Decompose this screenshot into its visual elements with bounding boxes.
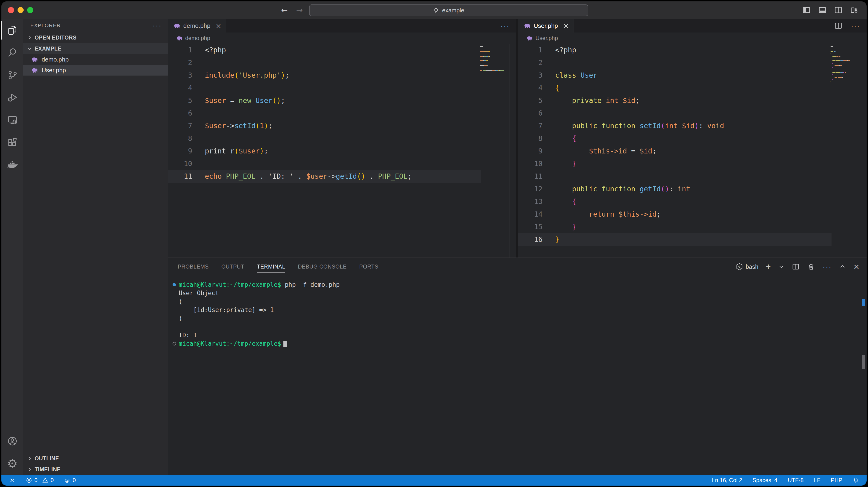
code-line: 13 { <box>518 195 832 208</box>
file-item-user-php[interactable]: User.php <box>23 65 168 75</box>
terminal-line: ) <box>168 314 867 323</box>
problems-indicator[interactable]: 0 0 <box>26 477 54 484</box>
panel-more-actions-icon[interactable]: ··· <box>823 263 832 271</box>
minimap[interactable] <box>831 45 856 83</box>
error-count: 0 <box>34 477 37 484</box>
line-number: 9 <box>518 145 542 157</box>
code-line: 11echo PHP_EOL . 'ID: ' . $user->getId()… <box>168 170 481 183</box>
panel-tabs: PROBLEMSOUTPUTTERMINALDEBUG CONSOLEPORTS <box>178 258 378 275</box>
outline-section[interactable]: OUTLINE <box>23 453 168 464</box>
toggle-panel-icon[interactable] <box>818 6 827 14</box>
maximize-window-button[interactable] <box>27 7 33 13</box>
php-file-icon <box>176 35 182 41</box>
split-terminal-icon[interactable] <box>792 263 800 271</box>
sidebar-item-explorer[interactable] <box>1 19 23 41</box>
terminal-command-decoration <box>862 299 865 306</box>
folder-section-example[interactable]: EXAMPLE <box>23 43 168 54</box>
cursor-position[interactable]: Ln 16, Col 2 <box>712 477 742 484</box>
timeline-section[interactable]: TIMELINE <box>23 464 168 475</box>
terminal-dropdown-icon[interactable] <box>778 264 784 270</box>
line-number: 4 <box>168 82 192 94</box>
panel-tab-problems[interactable]: PROBLEMS <box>178 258 209 275</box>
panel-tab-terminal[interactable]: TERMINAL <box>257 258 285 275</box>
open-editors-section[interactable]: OPEN EDITORS <box>23 32 168 43</box>
eol-sequence[interactable]: LF <box>814 477 820 484</box>
split-editor-icon[interactable] <box>834 22 842 30</box>
terminal-cursor <box>283 341 287 347</box>
panel-tab-ports[interactable]: PORTS <box>359 258 378 275</box>
panel-tab-debug-console[interactable]: DEBUG CONSOLE <box>298 258 346 275</box>
tab-bar: demo.php × ··· <box>168 19 516 32</box>
activity-bar: ⚙ <box>1 19 23 475</box>
sidebar-item-remote-explorer[interactable] <box>1 109 23 131</box>
customize-layout-icon[interactable] <box>850 6 859 14</box>
breadcrumb[interactable]: User.php <box>518 32 867 44</box>
kill-terminal-icon[interactable] <box>807 263 815 271</box>
line-number: 16 <box>518 233 542 246</box>
sidebar-item-source-control[interactable] <box>1 64 23 86</box>
editor-sash[interactable] <box>516 19 518 257</box>
toggle-sidebar-icon[interactable] <box>802 6 811 14</box>
command-center-search[interactable]: example <box>309 4 588 16</box>
sidebar-item-run-debug[interactable] <box>1 86 23 109</box>
terminal[interactable]: micah@Klarvut:~/tmp/example$ php -f demo… <box>168 275 867 475</box>
vscode-window: ← → example <box>1 1 867 486</box>
ports-indicator[interactable]: 0 <box>64 477 76 484</box>
close-panel-icon[interactable]: × <box>853 263 860 270</box>
code-editor-user[interactable]: 1<?php23class User4{5 private int $id;67… <box>518 44 867 257</box>
split-editor-icon[interactable] <box>834 6 843 14</box>
remote-icon <box>9 477 16 484</box>
editor-more-actions-icon[interactable]: ··· <box>501 22 510 30</box>
line-number: 1 <box>168 44 192 56</box>
language-mode[interactable]: PHP <box>831 477 842 484</box>
remote-indicator[interactable] <box>9 477 16 484</box>
code-line: 14 return $this->id; <box>518 208 832 220</box>
code-line: 10 } <box>518 157 832 170</box>
file-item-demo-php[interactable]: demo.php <box>23 54 168 65</box>
terminal-scrollbar-thumb[interactable] <box>862 355 865 369</box>
line-number: 14 <box>518 208 542 220</box>
terminal-line: micah@Klarvut:~/tmp/example$ php -f demo… <box>168 280 867 289</box>
code-line: 6 <box>168 107 481 120</box>
indentation[interactable]: Spaces: 4 <box>752 477 777 484</box>
open-editors-label: OPEN EDITORS <box>35 35 76 41</box>
terminal-line: ID: 1 <box>168 331 867 339</box>
php-file-icon <box>31 67 38 73</box>
indent-guide <box>557 94 557 233</box>
breadcrumb[interactable]: demo.php <box>168 32 516 44</box>
bash-icon: $_ <box>736 263 743 271</box>
maximize-panel-icon[interactable] <box>839 263 846 270</box>
new-terminal-icon[interactable]: + <box>766 263 771 271</box>
docker-icon <box>7 159 18 171</box>
tab-label: User.php <box>534 22 558 29</box>
close-icon[interactable]: × <box>563 22 569 30</box>
php-file-icon <box>527 35 533 41</box>
settings-button[interactable]: ⚙ <box>1 452 23 475</box>
accounts-button[interactable] <box>1 430 23 452</box>
notifications-bell-icon[interactable] <box>852 477 859 484</box>
sidebar-item-search[interactable] <box>1 41 23 64</box>
code-editor-demo[interactable]: 1<?php23include('User.php');45$user = ne… <box>168 44 516 257</box>
encoding[interactable]: UTF-8 <box>788 477 804 484</box>
sidebar-item-docker[interactable] <box>1 154 23 176</box>
code-line: 12 public function getId(): int <box>518 183 832 195</box>
minimize-window-button[interactable] <box>18 7 24 13</box>
scrollbar-track[interactable] <box>509 44 510 257</box>
line-number: 1 <box>518 44 542 56</box>
panel-tab-output[interactable]: OUTPUT <box>221 258 244 275</box>
close-window-button[interactable] <box>8 7 14 13</box>
explorer-more-actions-icon[interactable]: ··· <box>153 22 162 29</box>
sidebar-item-extensions[interactable] <box>1 131 23 154</box>
tab-user-php[interactable]: User.php × <box>518 19 574 32</box>
code-line: 7 public function setId(int $id): void <box>518 120 832 132</box>
tab-demo-php[interactable]: demo.php × <box>168 19 226 32</box>
code-line: 15 } <box>518 220 832 233</box>
forward-icon[interactable]: → <box>296 5 303 15</box>
line-number: 13 <box>518 195 542 208</box>
back-icon[interactable]: ← <box>281 5 288 15</box>
minimap[interactable] <box>480 45 506 71</box>
close-icon[interactable]: × <box>216 22 221 30</box>
editor-more-actions-icon[interactable]: ··· <box>851 22 860 30</box>
terminal-shell-chip[interactable]: $_ bash <box>736 263 758 271</box>
code-line: 3include('User.php'); <box>168 69 481 82</box>
